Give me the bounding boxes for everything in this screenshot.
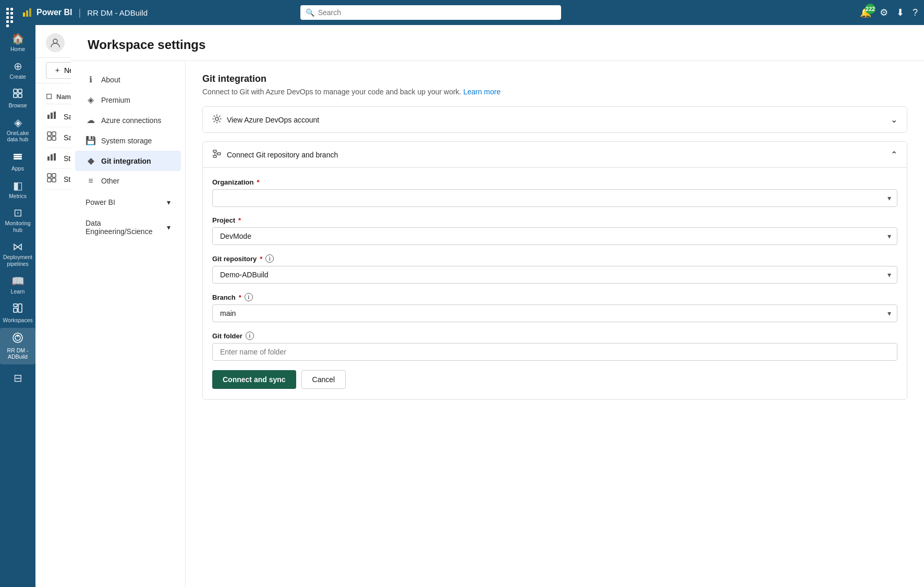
about-info-icon: ℹ <box>86 75 96 84</box>
svg-rect-8 <box>14 156 22 157</box>
settings-nav-git-label: Git integration <box>101 157 151 165</box>
powerbi-logo-icon <box>22 7 32 18</box>
premium-icon: ◈ <box>86 95 96 105</box>
svg-rect-5 <box>14 94 17 97</box>
brand-name: Power BI <box>37 8 72 17</box>
main-layout: 🏠 Home ⊕ Create Browse ◈ OneLakedata hub <box>0 25 924 587</box>
svg-rect-2 <box>29 8 31 17</box>
sidebar-item-home-label: Home <box>10 46 25 53</box>
git-repository-label-text: Git repository <box>212 255 257 263</box>
svg-rect-21 <box>52 132 56 136</box>
svg-rect-23 <box>52 137 56 140</box>
git-repository-label: Git repository * i <box>212 254 897 263</box>
svg-rect-17 <box>47 115 50 119</box>
settings-nav-powerbi-section[interactable]: Power BI ▾ <box>75 193 181 212</box>
svg-rect-12 <box>18 304 22 312</box>
organization-select[interactable] <box>212 189 897 207</box>
sidebar-item-apps[interactable]: Apps <box>0 147 35 176</box>
settings-nav-dataeng-label: Data Engineering/Science <box>86 219 167 236</box>
svg-rect-34 <box>217 153 221 155</box>
sidebar-item-monitoring[interactable]: ⊡ Monitoringhub <box>0 203 35 237</box>
git-folder-label-text: Git folder <box>212 332 242 340</box>
settings-nav-about-label: About <box>101 76 120 84</box>
settings-nav-about[interactable]: ℹ About <box>75 69 181 90</box>
git-diamond-icon: ◆ <box>86 156 96 166</box>
settings-nav-premium-label: Premium <box>101 96 130 104</box>
git-repo-accordion-header[interactable]: Connect Git repository and branch <box>203 142 907 168</box>
settings-nav-git[interactable]: ◆ Git integration <box>75 151 181 171</box>
git-folder-label: Git folder i <box>212 332 897 340</box>
git-repo-accordion: Connect Git repository and branch Organi… <box>202 141 907 400</box>
svg-rect-25 <box>51 154 53 161</box>
azure-cloud-icon: ☁ <box>86 115 96 125</box>
organization-field: Organization * ▾ <box>212 178 897 207</box>
sidebar-item-onelake[interactable]: ◈ OneLakedata hub <box>0 113 35 147</box>
item-grid-icon2 <box>46 173 57 185</box>
settings-nav-dataeng-section[interactable]: Data Engineering/Science ▾ <box>75 214 181 241</box>
git-repository-info-icon[interactable]: i <box>265 254 274 263</box>
search-input[interactable] <box>300 5 561 20</box>
sidebar-item-bottom[interactable]: ⊟ <box>0 369 35 387</box>
svg-rect-7 <box>14 154 22 155</box>
apps-icon <box>13 151 23 163</box>
sidebar-item-metrics-label: Metrics <box>9 193 27 200</box>
sidebar-item-deployment[interactable]: ⋈ Deploymentpipelines <box>0 237 35 271</box>
azure-devops-header-left: View Azure DevOps account <box>212 114 319 125</box>
settings-nav-powerbi-chevron: ▾ <box>167 198 171 206</box>
learn-more-link[interactable]: Learn more <box>463 88 501 96</box>
settings-nav-premium[interactable]: ◈ Premium <box>75 90 181 110</box>
git-folder-field: Git folder i <box>212 332 897 361</box>
git-repo-chevron-icon <box>891 150 897 160</box>
sidebar-item-workspaces[interactable]: Workspaces <box>0 299 35 328</box>
sidebar-item-create-label: Create <box>9 74 26 80</box>
settings-left-nav: ℹ About ◈ Premium ☁ Azure connections 💾 … <box>71 61 186 587</box>
settings-nav-other-label: Other <box>101 177 119 185</box>
svg-rect-11 <box>14 308 17 312</box>
sidebar-item-metrics[interactable]: ◧ Metrics <box>0 176 35 204</box>
svg-rect-6 <box>18 94 22 97</box>
organization-required-star: * <box>257 178 259 186</box>
settings-nav-storage[interactable]: 💾 System storage <box>75 130 181 151</box>
grid-icon[interactable] <box>6 8 16 17</box>
rrdm-svg <box>12 332 23 344</box>
settings-nav-azure-label: Azure connections <box>101 116 161 125</box>
settings-nav-azure[interactable]: ☁ Azure connections <box>75 110 181 130</box>
cancel-button[interactable]: Cancel <box>301 370 346 389</box>
project-label-text: Project <box>212 216 235 224</box>
download-icon[interactable]: ⬇ <box>896 7 904 18</box>
connect-sync-button[interactable]: Connect and sync <box>212 370 296 389</box>
branch-info-icon[interactable]: i <box>245 293 253 301</box>
notification-bell[interactable]: 🔔 222 <box>860 7 871 18</box>
workspace-avatar <box>46 33 65 52</box>
search-icon: 🔍 <box>306 8 314 17</box>
branch-select[interactable]: main <box>212 304 897 322</box>
new-plus-icon: ＋ <box>54 66 61 75</box>
branch-label: Branch * i <box>212 293 897 301</box>
azure-devops-accordion-label: View Azure DevOps account <box>227 116 319 124</box>
browse-svg <box>13 88 23 99</box>
git-folder-info-icon[interactable]: i <box>246 332 254 340</box>
sidebar-item-rrdm[interactable]: RR DM -ADBuild <box>0 328 35 364</box>
sidebar-item-browse[interactable]: Browse <box>0 84 35 113</box>
browse-icon <box>13 88 23 100</box>
project-label: Project * <box>212 216 897 224</box>
branch-required-star: * <box>239 294 241 301</box>
git-integration-desc-text: Connect to Git with Azure DevOps to mana… <box>202 88 461 96</box>
help-icon[interactable]: ? <box>913 7 918 18</box>
project-select[interactable]: DevMode <box>212 227 897 245</box>
sidebar-item-create[interactable]: ⊕ Create <box>0 57 35 84</box>
sidebar-item-learn[interactable]: 📖 Learn <box>0 272 35 299</box>
git-folder-input[interactable] <box>212 343 897 361</box>
branch-label-text: Branch <box>212 294 236 301</box>
azure-devops-chevron-icon <box>891 115 897 125</box>
workspaces-svg <box>13 303 23 313</box>
git-branch-svg <box>212 149 222 158</box>
git-repository-select[interactable]: Demo-ADBuild <box>212 266 897 284</box>
settings-nav-other[interactable]: ≡ Other <box>75 171 181 191</box>
azure-devops-accordion-header[interactable]: View Azure DevOps account <box>203 107 907 132</box>
settings-gear-icon[interactable]: ⚙ <box>880 7 888 18</box>
brand-logo: Power BI <box>22 7 72 18</box>
create-icon: ⊕ <box>14 61 22 71</box>
sidebar-item-home[interactable]: 🏠 Home <box>0 29 35 57</box>
form-action-buttons: Connect and sync Cancel <box>212 370 897 389</box>
